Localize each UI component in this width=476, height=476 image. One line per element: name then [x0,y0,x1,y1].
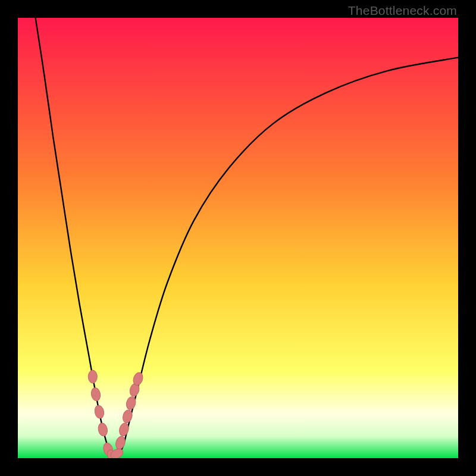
marker [88,370,97,383]
curve-layer [18,18,458,458]
marker [97,422,108,437]
plot-area [18,18,458,458]
watermark-text: TheBottleneck.com [348,4,457,18]
chart-frame: TheBottleneck.com [0,0,476,476]
highlighted-points [88,370,144,458]
marker [93,405,105,419]
marker [90,387,102,402]
